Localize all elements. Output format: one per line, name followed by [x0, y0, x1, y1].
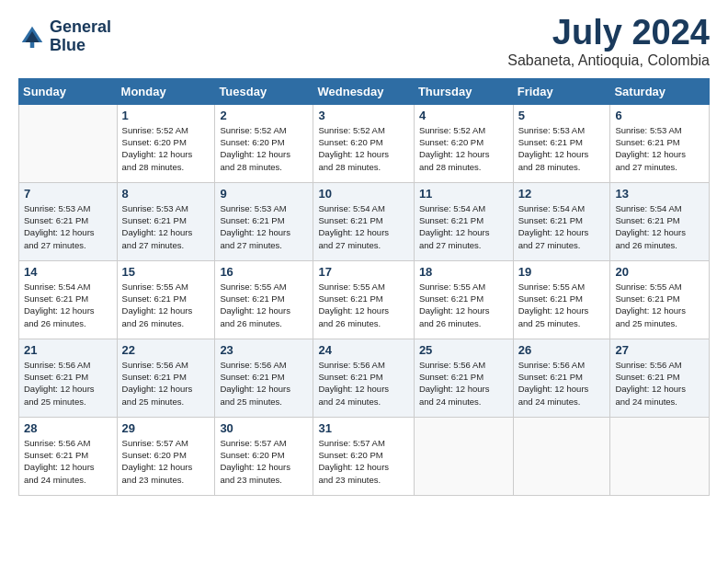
day-info: Sunrise: 5:55 AM Sunset: 6:21 PM Dayligh… — [518, 281, 606, 329]
day-number: 15 — [122, 265, 210, 279]
calendar-cell: 3Sunrise: 5:52 AM Sunset: 6:20 PM Daylig… — [313, 104, 414, 182]
calendar-cell: 27Sunrise: 5:56 AM Sunset: 6:21 PM Dayli… — [610, 339, 710, 417]
day-number: 17 — [318, 265, 408, 279]
col-header-wednesday: Wednesday — [313, 78, 414, 104]
day-info: Sunrise: 5:54 AM Sunset: 6:21 PM Dayligh… — [318, 202, 408, 251]
day-number: 16 — [220, 265, 308, 279]
calendar-cell: 10Sunrise: 5:54 AM Sunset: 6:21 PM Dayli… — [313, 182, 414, 260]
calendar-cell: 9Sunrise: 5:53 AM Sunset: 6:21 PM Daylig… — [215, 182, 313, 260]
header-row: SundayMondayTuesdayWednesdayThursdayFrid… — [19, 78, 710, 104]
day-number: 20 — [615, 265, 704, 279]
day-info: Sunrise: 5:52 AM Sunset: 6:20 PM Dayligh… — [419, 124, 508, 173]
day-info: Sunrise: 5:56 AM Sunset: 6:21 PM Dayligh… — [318, 359, 408, 408]
day-info: Sunrise: 5:55 AM Sunset: 6:21 PM Dayligh… — [122, 281, 210, 329]
day-number: 5 — [518, 109, 606, 122]
day-number: 13 — [615, 187, 704, 201]
day-number: 23 — [220, 343, 308, 357]
calendar-cell: 30Sunrise: 5:57 AM Sunset: 6:20 PM Dayli… — [215, 417, 313, 495]
calendar-cell: 19Sunrise: 5:55 AM Sunset: 6:21 PM Dayli… — [513, 260, 610, 339]
day-info: Sunrise: 5:52 AM Sunset: 6:20 PM Dayligh… — [220, 124, 308, 173]
day-number: 11 — [419, 187, 508, 201]
logo-line1: General — [50, 18, 111, 37]
header: General Blue July 2024 Sabaneta, Antioqu… — [18, 14, 710, 69]
day-number: 7 — [24, 187, 112, 201]
calendar-row: 14Sunrise: 5:54 AM Sunset: 6:21 PM Dayli… — [19, 260, 710, 339]
day-info: Sunrise: 5:55 AM Sunset: 6:21 PM Dayligh… — [615, 281, 704, 329]
logo: General Blue — [18, 18, 111, 55]
col-header-thursday: Thursday — [414, 78, 513, 104]
day-number: 22 — [122, 343, 210, 357]
calendar-cell: 17Sunrise: 5:55 AM Sunset: 6:21 PM Dayli… — [313, 260, 414, 339]
logo-icon — [18, 23, 46, 51]
calendar-cell: 24Sunrise: 5:56 AM Sunset: 6:21 PM Dayli… — [313, 339, 414, 417]
day-number: 12 — [518, 187, 606, 201]
calendar-row: 21Sunrise: 5:56 AM Sunset: 6:21 PM Dayli… — [19, 339, 710, 417]
calendar-cell: 16Sunrise: 5:55 AM Sunset: 6:21 PM Dayli… — [215, 260, 313, 339]
day-info: Sunrise: 5:54 AM Sunset: 6:21 PM Dayligh… — [419, 202, 508, 251]
day-info: Sunrise: 5:53 AM Sunset: 6:21 PM Dayligh… — [24, 202, 112, 251]
calendar-cell: 28Sunrise: 5:56 AM Sunset: 6:21 PM Dayli… — [19, 417, 118, 495]
day-number: 4 — [419, 109, 508, 122]
day-info: Sunrise: 5:53 AM Sunset: 6:21 PM Dayligh… — [615, 124, 704, 173]
day-number: 3 — [318, 109, 408, 122]
calendar-cell: 25Sunrise: 5:56 AM Sunset: 6:21 PM Dayli… — [414, 339, 513, 417]
calendar-cell — [19, 104, 118, 182]
calendar-cell: 7Sunrise: 5:53 AM Sunset: 6:21 PM Daylig… — [19, 182, 118, 260]
day-info: Sunrise: 5:56 AM Sunset: 6:21 PM Dayligh… — [122, 359, 210, 408]
day-info: Sunrise: 5:56 AM Sunset: 6:21 PM Dayligh… — [419, 359, 508, 408]
calendar-table: SundayMondayTuesdayWednesdayThursdayFrid… — [18, 78, 710, 496]
calendar-cell: 22Sunrise: 5:56 AM Sunset: 6:21 PM Dayli… — [117, 339, 215, 417]
day-number: 26 — [518, 343, 606, 357]
day-info: Sunrise: 5:54 AM Sunset: 6:21 PM Dayligh… — [518, 202, 606, 251]
page: General Blue July 2024 Sabaneta, Antioqu… — [0, 0, 728, 563]
day-number: 30 — [220, 421, 308, 435]
day-number: 2 — [220, 109, 308, 122]
calendar-row: 28Sunrise: 5:56 AM Sunset: 6:21 PM Dayli… — [19, 417, 710, 495]
day-info: Sunrise: 5:56 AM Sunset: 6:21 PM Dayligh… — [24, 359, 112, 408]
day-info: Sunrise: 5:53 AM Sunset: 6:21 PM Dayligh… — [220, 202, 308, 251]
day-number: 9 — [220, 187, 308, 201]
calendar-cell — [610, 417, 710, 495]
calendar-cell: 13Sunrise: 5:54 AM Sunset: 6:21 PM Dayli… — [610, 182, 710, 260]
main-title: July 2024 — [507, 14, 710, 52]
day-info: Sunrise: 5:54 AM Sunset: 6:21 PM Dayligh… — [615, 202, 704, 251]
day-info: Sunrise: 5:52 AM Sunset: 6:20 PM Dayligh… — [318, 124, 408, 173]
day-info: Sunrise: 5:55 AM Sunset: 6:21 PM Dayligh… — [318, 281, 408, 329]
day-info: Sunrise: 5:56 AM Sunset: 6:21 PM Dayligh… — [518, 359, 606, 408]
calendar-cell: 20Sunrise: 5:55 AM Sunset: 6:21 PM Dayli… — [610, 260, 710, 339]
calendar-cell: 1Sunrise: 5:52 AM Sunset: 6:20 PM Daylig… — [117, 104, 215, 182]
calendar-cell: 21Sunrise: 5:56 AM Sunset: 6:21 PM Dayli… — [19, 339, 118, 417]
calendar-cell: 2Sunrise: 5:52 AM Sunset: 6:20 PM Daylig… — [215, 104, 313, 182]
day-info: Sunrise: 5:53 AM Sunset: 6:21 PM Dayligh… — [122, 202, 210, 251]
calendar-cell: 15Sunrise: 5:55 AM Sunset: 6:21 PM Dayli… — [117, 260, 215, 339]
day-number: 27 — [615, 343, 704, 357]
day-number: 28 — [24, 421, 112, 435]
calendar-cell: 12Sunrise: 5:54 AM Sunset: 6:21 PM Dayli… — [513, 182, 610, 260]
calendar-cell: 31Sunrise: 5:57 AM Sunset: 6:20 PM Dayli… — [313, 417, 414, 495]
day-number: 29 — [122, 421, 210, 435]
day-number: 6 — [615, 109, 704, 122]
calendar-cell: 29Sunrise: 5:57 AM Sunset: 6:20 PM Dayli… — [117, 417, 215, 495]
day-number: 8 — [122, 187, 210, 201]
col-header-sunday: Sunday — [19, 78, 118, 104]
day-info: Sunrise: 5:56 AM Sunset: 6:21 PM Dayligh… — [615, 359, 704, 408]
day-number: 14 — [24, 265, 112, 279]
calendar-cell: 23Sunrise: 5:56 AM Sunset: 6:21 PM Dayli… — [215, 339, 313, 417]
day-number: 18 — [419, 265, 508, 279]
calendar-cell: 4Sunrise: 5:52 AM Sunset: 6:20 PM Daylig… — [414, 104, 513, 182]
day-number: 25 — [419, 343, 508, 357]
calendar-cell: 11Sunrise: 5:54 AM Sunset: 6:21 PM Dayli… — [414, 182, 513, 260]
calendar-cell: 6Sunrise: 5:53 AM Sunset: 6:21 PM Daylig… — [610, 104, 710, 182]
day-info: Sunrise: 5:55 AM Sunset: 6:21 PM Dayligh… — [419, 281, 508, 329]
col-header-monday: Monday — [117, 78, 215, 104]
calendar-cell: 18Sunrise: 5:55 AM Sunset: 6:21 PM Dayli… — [414, 260, 513, 339]
day-info: Sunrise: 5:54 AM Sunset: 6:21 PM Dayligh… — [24, 281, 112, 329]
day-info: Sunrise: 5:53 AM Sunset: 6:21 PM Dayligh… — [518, 124, 606, 173]
calendar-cell — [513, 417, 610, 495]
day-number: 31 — [318, 421, 408, 435]
calendar-cell — [414, 417, 513, 495]
day-number: 1 — [122, 109, 210, 122]
day-info: Sunrise: 5:57 AM Sunset: 6:20 PM Dayligh… — [122, 437, 210, 486]
day-info: Sunrise: 5:56 AM Sunset: 6:21 PM Dayligh… — [24, 437, 112, 486]
calendar-cell: 5Sunrise: 5:53 AM Sunset: 6:21 PM Daylig… — [513, 104, 610, 182]
